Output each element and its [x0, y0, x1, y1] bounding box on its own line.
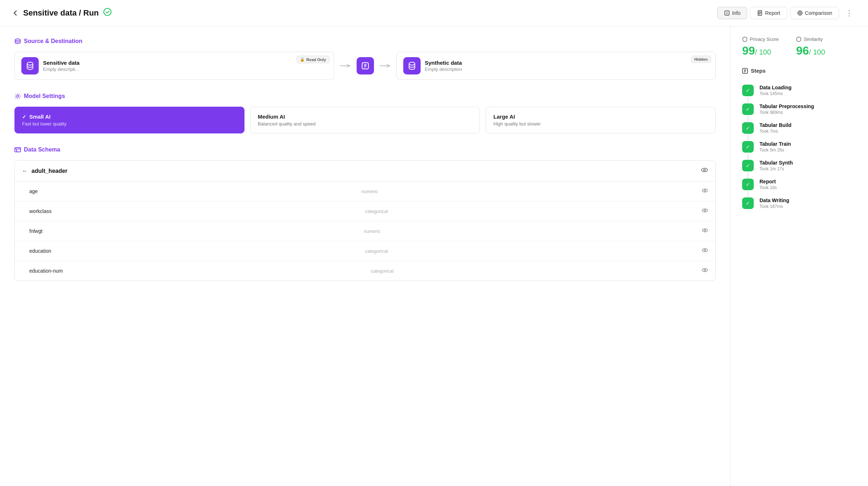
svg-point-18: [702, 269, 708, 272]
similarity-score-value: 96: [796, 44, 809, 57]
schema-row-workclass: workclass categorical: [15, 201, 715, 221]
schema-header: ← adult_header: [15, 161, 715, 182]
tab-report[interactable]: Report: [750, 7, 787, 19]
row-eye-workclass[interactable]: [702, 207, 708, 215]
main-layout: Source & Destination Sensitive data Empt: [0, 26, 868, 486]
svg-point-14: [702, 229, 707, 232]
status-icon: [103, 8, 112, 18]
schema-back-button[interactable]: ←: [22, 168, 28, 174]
schema-eye-button[interactable]: [701, 166, 708, 175]
step-check-data-loading: ✓: [742, 85, 754, 96]
data-schema-section: Data Schema ← adult_header: [14, 146, 716, 281]
source-dest-container: Sensitive data Empty descripti... 🔒 Read…: [14, 52, 716, 80]
svg-point-9: [704, 169, 706, 171]
destination-node-info: Synthetic data Empty description: [425, 60, 709, 72]
step-check-tabular-preprocessing: ✓: [742, 103, 754, 115]
source-node-info: Sensitive data Empty descripti...: [43, 60, 327, 72]
model-settings-title: Model Settings: [14, 93, 716, 99]
back-button[interactable]: [12, 9, 19, 17]
destination-badge: Hidden: [691, 56, 711, 63]
svg-point-16: [702, 249, 708, 252]
source-node-icon: [21, 57, 39, 74]
row-eye-fnlwgt[interactable]: [702, 227, 708, 235]
row-eye-education-num[interactable]: [702, 267, 708, 275]
svg-point-10: [702, 189, 707, 192]
svg-point-15: [704, 230, 706, 231]
schema-row-age: age numeric: [15, 182, 715, 201]
tab-comparison[interactable]: Comparison: [790, 7, 839, 19]
process-icon: [357, 57, 374, 74]
step-tabular-preprocessing: ✓ Tabular Preprocessing Took 989ms: [742, 100, 856, 119]
app-header: Sensitive data / Run Info Report: [0, 0, 868, 26]
svg-point-19: [704, 269, 706, 271]
data-schema-title: Data Schema: [14, 146, 716, 153]
small-ai-desc: Fast but lower quality: [22, 121, 237, 127]
step-report: ✓ Report Took 18s: [742, 175, 856, 194]
right-panel: Privacy Score 99/ 100 Similarity 96/ 100: [731, 26, 868, 486]
connector-right: [380, 63, 391, 69]
schema-row-education: education categorical: [15, 241, 715, 261]
step-data-loading: ✓ Data Loading Took 145ms: [742, 81, 856, 100]
model-options: ✓ Small AI Fast but lower quality Medium…: [14, 107, 716, 133]
destination-description: Empty description: [425, 67, 709, 72]
step-check-tabular-synth: ✓: [742, 160, 754, 171]
model-small[interactable]: ✓ Small AI Fast but lower quality: [14, 107, 244, 133]
svg-point-6: [17, 95, 19, 97]
scores-row: Privacy Score 99/ 100 Similarity 96/ 100: [742, 37, 856, 57]
svg-point-0: [104, 8, 111, 16]
svg-point-11: [704, 190, 706, 192]
privacy-score-total: / 100: [755, 48, 771, 56]
model-large[interactable]: Large AI High quality but slower: [486, 107, 716, 133]
large-ai-desc: High quality but slower: [493, 121, 708, 127]
source-description: Empty descripti...: [43, 67, 327, 72]
connector-left: [340, 63, 351, 69]
source-name: Sensitive data: [43, 60, 327, 66]
schema-rows: age numeric workclass categorical: [15, 182, 715, 281]
header-left: Sensitive data / Run: [12, 8, 112, 18]
step-check-tabular-build: ✓: [742, 122, 754, 134]
similarity-score: Similarity 96/ 100: [796, 37, 825, 57]
main-content: Source & Destination Sensitive data Empt: [0, 26, 731, 486]
step-tabular-train: ✓ Tabular Train Took 9m 26s: [742, 137, 856, 156]
steps-title: Steps: [742, 68, 856, 74]
source-destination-section: Source & Destination Sensitive data Empt: [14, 38, 716, 80]
privacy-score-value: 99: [742, 44, 755, 57]
step-tabular-synth: ✓ Tabular Synth Took 1m 17s: [742, 156, 856, 175]
svg-point-17: [704, 250, 706, 251]
schema-container: ← adult_header age numeric: [14, 160, 716, 281]
step-check-tabular-train: ✓: [742, 141, 754, 153]
svg-rect-7: [15, 148, 21, 152]
svg-point-12: [702, 209, 708, 212]
source-node-card: Sensitive data Empty descripti... 🔒 Read…: [14, 52, 334, 80]
svg-point-13: [704, 210, 706, 212]
page-title: Sensitive data / Run: [23, 8, 99, 18]
schema-row-education-num: education-num categorical: [15, 261, 715, 281]
tab-info[interactable]: Info: [717, 7, 747, 19]
source-destination-title: Source & Destination: [14, 38, 716, 44]
destination-node-icon: [403, 57, 421, 74]
step-check-data-writing: ✓: [742, 197, 754, 209]
model-settings-section: Model Settings ✓ Small AI Fast but lower…: [14, 93, 716, 133]
row-eye-age[interactable]: [702, 187, 708, 195]
step-check-report: ✓: [742, 179, 754, 190]
svg-point-4: [15, 39, 20, 41]
model-medium[interactable]: Medium AI Balanced quality and speed: [250, 107, 480, 133]
small-check-icon: ✓: [22, 114, 26, 120]
row-eye-education[interactable]: [702, 247, 708, 255]
svg-point-8: [702, 168, 708, 172]
header-right: Info Report Comparison ⋮: [717, 7, 856, 20]
more-menu-button[interactable]: ⋮: [842, 7, 856, 20]
step-tabular-build: ✓ Tabular Build Took 7ms: [742, 119, 856, 137]
schema-row-fnlwgt: fnlwgt numeric: [15, 221, 715, 241]
source-badge: 🔒 Read Only: [297, 56, 329, 63]
destination-name: Synthetic data: [425, 60, 709, 66]
schema-table-name: adult_header: [31, 168, 68, 174]
medium-ai-desc: Balanced quality and speed: [258, 121, 473, 127]
steps-list: ✓ Data Loading Took 145ms ✓ Tabular Prep…: [742, 81, 856, 213]
privacy-score: Privacy Score 99/ 100: [742, 37, 779, 57]
similarity-score-total: / 100: [809, 48, 825, 56]
step-data-writing: ✓ Data Writing Took 187ms: [742, 194, 856, 213]
destination-node-card: Synthetic data Empty description Hidden: [396, 52, 716, 80]
